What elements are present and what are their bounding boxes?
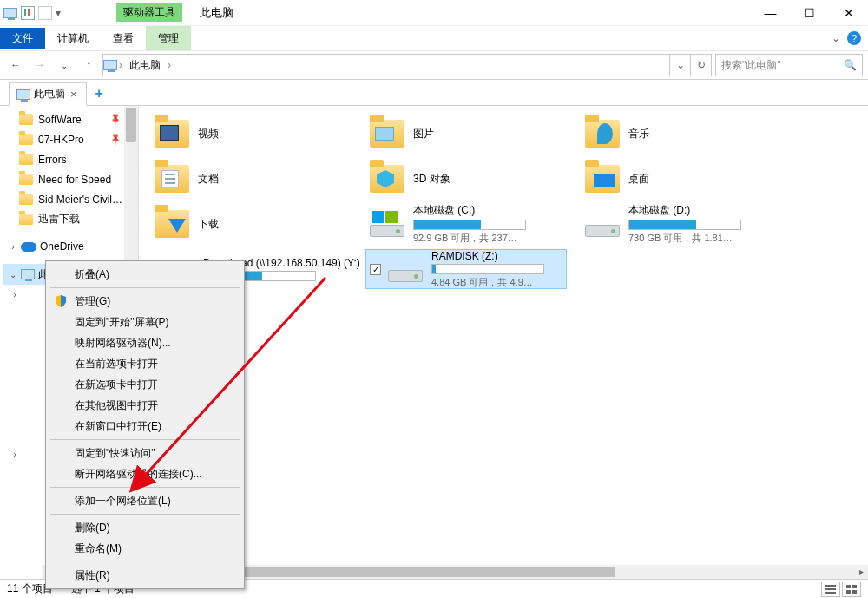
recent-dropdown[interactable]: ⌄ (54, 55, 75, 76)
window-title: 此电脑 (200, 5, 233, 21)
folder-item-videos[interactable]: 视频 (151, 115, 351, 153)
up-button[interactable]: ↑ (78, 55, 99, 76)
tabstrip: 此电脑 × + (0, 80, 868, 106)
chevron-down-icon[interactable]: ⌄ (9, 270, 17, 279)
drive-icon (585, 207, 620, 241)
refresh-button[interactable]: ↻ (690, 55, 711, 76)
ctx-collapse[interactable]: 折叠(A) (49, 264, 241, 285)
view-tab[interactable]: 查看 (101, 26, 146, 50)
folder-icon (155, 161, 189, 196)
svg-rect-1 (825, 585, 836, 587)
pc-icon (16, 89, 30, 100)
ctx-delete[interactable]: 删除(D) (49, 517, 241, 538)
ribbon-collapse-icon[interactable]: ⌄ (832, 32, 840, 44)
sidebar-item[interactable]: Errors (3, 149, 138, 169)
ctx-open-other-view[interactable]: 在其他视图中打开 (49, 395, 241, 416)
scroll-right-icon[interactable]: ▸ (854, 565, 868, 579)
sidebar-item[interactable]: Need for Speed (3, 169, 138, 189)
svg-rect-5 (852, 585, 857, 588)
help-icon[interactable]: ? (847, 31, 861, 45)
search-placeholder: 搜索"此电脑" (721, 58, 781, 73)
chevron-right-icon[interactable]: › (10, 450, 19, 459)
computer-tab[interactable]: 计算机 (45, 26, 101, 50)
view-details-button[interactable] (821, 582, 840, 597)
back-button[interactable]: ← (5, 55, 26, 76)
drive-item-c[interactable]: 本地磁盘 (C:)92.9 GB 可用，共 237… (366, 205, 566, 243)
ctx-disconnect[interactable]: 断开网络驱动器的连接(C)... (49, 463, 241, 484)
tab-thispc[interactable]: 此电脑 × (9, 82, 87, 106)
svg-rect-4 (846, 585, 851, 588)
ctx-open-current-tab[interactable]: 在当前选项卡打开 (49, 353, 241, 374)
nav-bar: ← → ⌄ ↑ › 此电脑 › ⌄ ↻ 搜索"此电脑" 🔍 (0, 50, 868, 80)
sidebar-item[interactable]: Sid Meier's Civil… (3, 189, 138, 209)
maximize-button[interactable]: ☐ (790, 0, 829, 26)
folder-icon (19, 194, 33, 205)
folder-icon (585, 161, 620, 196)
folder-icon (155, 207, 189, 241)
manage-tab[interactable]: 管理 (146, 26, 191, 50)
contextual-tab-header: 驱动器工具 (116, 3, 182, 22)
icons-icon (846, 585, 857, 594)
ctx-manage[interactable]: 管理(G) (49, 291, 241, 312)
checkbox[interactable]: ✓ (370, 264, 381, 275)
forward-button[interactable]: → (30, 55, 50, 76)
folder-icon (370, 116, 404, 151)
folder-item-3d[interactable]: 3D 对象 (366, 160, 566, 198)
address-bar[interactable]: › 此电脑 › ⌄ ↻ (102, 54, 712, 76)
ctx-pin-start[interactable]: 固定到"开始"屏幕(P) (49, 312, 241, 332)
search-icon[interactable]: 🔍 (844, 59, 857, 71)
drive-item-d[interactable]: 本地磁盘 (D:)730 GB 可用，共 1.81… (582, 205, 781, 243)
capacity-bar (413, 220, 526, 230)
minimize-button[interactable]: — (751, 0, 790, 26)
file-tab[interactable]: 文件 (0, 28, 45, 49)
scroll-thumb[interactable] (126, 108, 136, 142)
ctx-open-new-tab[interactable]: 在新选项卡中打开 (49, 374, 241, 395)
qat-new-icon[interactable] (38, 6, 52, 20)
chevron-right-icon[interactable]: › (9, 242, 17, 252)
ctx-open-new-window[interactable]: 在新窗口中打开(E) (49, 416, 241, 437)
capacity-bar (628, 220, 741, 230)
chevron-right-icon[interactable]: › (10, 290, 19, 299)
breadcrumb-sep[interactable]: › (166, 59, 173, 71)
sidebar-item[interactable]: 07-HKPro📌 (3, 129, 138, 149)
sidebar-onedrive[interactable]: ›OneDrive (3, 236, 138, 257)
breadcrumb-sep[interactable]: › (117, 59, 124, 71)
view-icons-button[interactable] (842, 582, 861, 597)
folder-icon (155, 116, 189, 151)
ctx-rename[interactable]: 重命名(M) (49, 538, 241, 559)
new-tab-button[interactable]: + (89, 82, 110, 105)
folder-item-pictures[interactable]: 图片 (366, 115, 566, 153)
sidebar-item[interactable]: 迅雷下载 (3, 209, 138, 229)
ctx-pin-quick[interactable]: 固定到"快速访问" (49, 443, 241, 463)
ribbon: 文件 计算机 查看 管理 ⌄ ? (0, 26, 868, 50)
close-button[interactable]: ✕ (829, 0, 868, 26)
search-box[interactable]: 搜索"此电脑" 🔍 (715, 54, 863, 76)
breadcrumb-root[interactable]: 此电脑 (124, 55, 166, 76)
ctx-map-drive[interactable]: 映射网络驱动器(N)... (49, 332, 241, 353)
shield-icon (54, 294, 68, 308)
content-pane[interactable]: 视频 图片 音乐 文档 3D 对象 桌面 (139, 106, 868, 579)
folder-item-documents[interactable]: 文档 (151, 160, 351, 198)
folder-item-desktop[interactable]: 桌面 (582, 160, 781, 198)
qat-props-icon[interactable] (21, 6, 35, 20)
qat-dropdown[interactable]: ▾ (56, 7, 61, 19)
capacity-bar (431, 264, 544, 274)
svg-rect-6 (846, 590, 851, 594)
pin-icon: 📌 (108, 132, 122, 146)
ctx-properties[interactable]: 属性(R) (49, 565, 241, 586)
address-dropdown[interactable]: ⌄ (669, 55, 690, 76)
svg-rect-3 (825, 592, 836, 594)
menu-separator (50, 487, 240, 488)
folder-item-music[interactable]: 音乐 (582, 115, 781, 153)
context-menu: 折叠(A) 管理(G) 固定到"开始"屏幕(P) 映射网络驱动器(N)... 在… (45, 260, 245, 589)
tab-close-icon[interactable]: × (69, 88, 79, 101)
pc-icon (103, 60, 117, 70)
onedrive-icon (21, 242, 36, 252)
ctx-add-network-location[interactable]: 添加一个网络位置(L) (49, 490, 241, 511)
folder-item-downloads[interactable]: 下载 (151, 205, 351, 243)
menu-separator (50, 287, 240, 288)
sidebar-item[interactable]: SoftWare📌 (3, 109, 138, 129)
details-icon (825, 585, 836, 594)
drive-item-z[interactable]: ✓ RAMDISK (Z:)4.84 GB 可用，共 4.9… (366, 250, 566, 288)
svg-rect-7 (852, 590, 857, 594)
